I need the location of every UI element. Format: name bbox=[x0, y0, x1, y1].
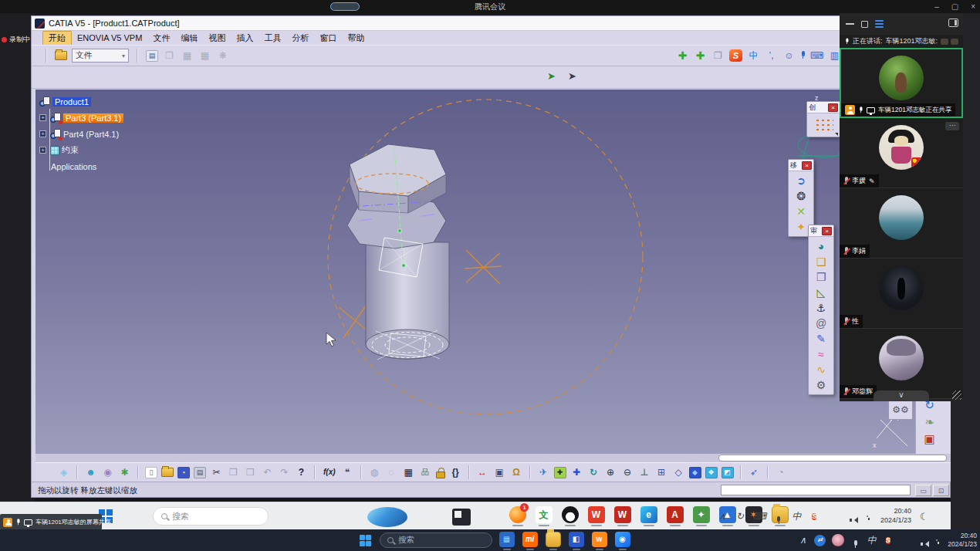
view-a-icon[interactable]: ❖ bbox=[705, 467, 718, 478]
participant-tile[interactable]: 李娟 bbox=[840, 188, 963, 259]
normal-view-icon[interactable]: ⊥ bbox=[638, 466, 651, 478]
taskbar-clock[interactable]: 20:40 2024/1/23 bbox=[948, 532, 977, 549]
tree-item-part4[interactable]: + Part4 (Part4.1) bbox=[39, 126, 209, 142]
tray-ime-icon[interactable]: 中 bbox=[792, 512, 802, 521]
windows-start-button[interactable] bbox=[360, 535, 371, 546]
tray-battery-icon[interactable] bbox=[931, 539, 941, 541]
redo-icon[interactable]: ↷ bbox=[278, 466, 291, 478]
close-icon[interactable]: × bbox=[828, 103, 838, 112]
tree-item-part3[interactable]: + Part3 (Part3.1) bbox=[39, 110, 209, 126]
zoom-in-icon[interactable]: ⊕ bbox=[604, 466, 617, 478]
emoji-icon[interactable]: ☺ bbox=[782, 49, 796, 62]
qq-icon[interactable] bbox=[560, 506, 580, 526]
more-options-icon[interactable]: ⋯ bbox=[945, 122, 959, 130]
fx-icon[interactable]: f(x) bbox=[322, 466, 337, 478]
tray-keyboard-icon[interactable]: ⌨ bbox=[753, 512, 766, 521]
rotate-icon[interactable]: ↻ bbox=[587, 466, 600, 478]
wps-icon[interactable]: W bbox=[586, 506, 606, 526]
cut-icon[interactable]: ✂ bbox=[210, 466, 223, 478]
smart-move-icon[interactable]: ❂ bbox=[795, 190, 808, 202]
weight-icon[interactable]: Ω bbox=[510, 466, 523, 478]
structure-icon[interactable]: 品 bbox=[419, 466, 432, 478]
tray-expand-icon[interactable]: ∧ bbox=[718, 512, 728, 521]
reaction-icons[interactable] bbox=[941, 39, 958, 45]
sogou-logo-icon[interactable]: S bbox=[729, 49, 742, 62]
minimize-icon[interactable]: – bbox=[934, 2, 939, 11]
measure-icon[interactable]: ↔ bbox=[476, 466, 489, 478]
multi-view-icon[interactable]: ⊞ bbox=[655, 466, 668, 478]
weblink-icon[interactable]: ◔ bbox=[775, 466, 788, 478]
examine-mode-icon[interactable]: ➤ bbox=[566, 69, 579, 82]
capture-icon[interactable]: ☻ bbox=[84, 466, 97, 478]
taskbar-clock[interactable]: 20:40 2024/1/23 bbox=[880, 507, 911, 525]
tray-sogou-icon[interactable]: S bbox=[883, 537, 893, 544]
resize-handle[interactable] bbox=[952, 390, 961, 400]
widget-app-icon[interactable] bbox=[452, 509, 471, 526]
print-icon[interactable]: ▤ bbox=[194, 467, 206, 478]
status-dialog-button[interactable]: ▭ bbox=[915, 485, 931, 496]
file-type-dropdown[interactable]: 文件 ▾ bbox=[72, 49, 129, 63]
toolbar-grip[interactable] bbox=[46, 49, 47, 63]
iso-view-icon[interactable]: ◇ bbox=[672, 466, 685, 478]
frame2-icon[interactable]: ▦ bbox=[198, 49, 211, 62]
properties-icon[interactable]: ▤ bbox=[146, 50, 158, 62]
fit-all-icon[interactable]: ✚ bbox=[554, 467, 566, 478]
collapse-panel-button[interactable]: ∨ bbox=[874, 390, 929, 401]
paste-special-icon[interactable]: ❐ bbox=[711, 49, 725, 62]
pencil-icon[interactable]: ✎ bbox=[869, 177, 875, 185]
meeting-app-icon[interactable]: ◉ bbox=[613, 532, 631, 550]
clip-icon[interactable]: @ bbox=[815, 317, 828, 330]
move-icon-2[interactable]: ✚ bbox=[694, 49, 707, 62]
annotate-screen-icon[interactable]: ✎ bbox=[815, 333, 828, 345]
open-folder-icon[interactable] bbox=[55, 51, 67, 60]
participant-tile[interactable]: 邓鋆辉 bbox=[840, 329, 963, 399]
input-mode-zh-icon[interactable]: 中 bbox=[747, 49, 760, 62]
menu-item[interactable]: 编辑 bbox=[175, 32, 203, 45]
ghost-search-icon[interactable]: ◌ bbox=[385, 466, 398, 478]
palette-icon[interactable]: ✱ bbox=[118, 466, 131, 478]
minimize-icon[interactable] bbox=[846, 23, 854, 25]
mic-icon[interactable] bbox=[800, 51, 806, 60]
fly-icon[interactable]: ✈ bbox=[537, 466, 550, 478]
save-icon[interactable]: ▪ bbox=[177, 467, 190, 478]
member-list-icon[interactable] bbox=[875, 20, 884, 28]
matrix-tool-icon[interactable] bbox=[813, 117, 833, 134]
fly-mode-icon[interactable]: ➤ bbox=[545, 69, 558, 82]
taskbar-search[interactable]: 搜索 bbox=[153, 507, 269, 526]
youdao-dict-icon[interactable]: 文 bbox=[534, 506, 553, 526]
whats-this-icon[interactable]: ? bbox=[295, 466, 308, 478]
catalog-icon[interactable]: ◍ bbox=[368, 466, 381, 478]
docs-icon[interactable]: ◧ bbox=[567, 532, 585, 550]
comment-icon[interactable]: ❝ bbox=[341, 466, 354, 478]
close-icon[interactable]: × bbox=[802, 161, 812, 170]
participant-tile[interactable]: 性 bbox=[840, 259, 963, 329]
expand-icon[interactable]: + bbox=[39, 147, 46, 154]
qq-avatar-icon[interactable] bbox=[832, 534, 844, 546]
keyboard-icon[interactable]: ⌨ bbox=[810, 49, 823, 62]
gears-icon[interactable]: ⚙ bbox=[815, 379, 828, 391]
tray-expand-icon[interactable]: ∧ bbox=[798, 536, 808, 545]
punctuation-icon[interactable]: ’, bbox=[765, 49, 778, 62]
participant-tile-sharer[interactable]: 车辆1201邓志敏正在共享 bbox=[840, 48, 963, 118]
maximize-icon[interactable] bbox=[861, 21, 868, 28]
tray-sync-icon[interactable]: ↻ bbox=[735, 512, 745, 521]
gear-tool-icon[interactable]: ⚙⚙ bbox=[888, 400, 913, 420]
shaded-view-icon[interactable]: ◆ bbox=[689, 467, 701, 478]
night-mode-icon[interactable]: ☾ bbox=[919, 511, 929, 522]
anchor-icon[interactable]: ⚓ bbox=[815, 302, 828, 314]
new-doc-icon[interactable]: ▯ bbox=[145, 467, 157, 478]
menu-item[interactable]: 文件 bbox=[147, 32, 175, 45]
menu-item[interactable]: 分析 bbox=[286, 32, 314, 45]
manipulate-icon[interactable]: ✕ bbox=[795, 205, 808, 218]
frame-icon[interactable]: ▦ bbox=[181, 49, 194, 62]
status-power-input-button[interactable]: ⊡ bbox=[933, 485, 949, 496]
emulator-icon[interactable]: ▦ bbox=[498, 532, 515, 550]
ramp-icon[interactable]: ◺ bbox=[815, 286, 828, 299]
green-app-icon[interactable]: ✦ bbox=[691, 506, 711, 526]
close-icon[interactable]: × bbox=[971, 2, 975, 11]
print-capture-icon[interactable]: ➶ bbox=[748, 466, 761, 478]
graffiti-icon[interactable]: ≈ bbox=[815, 348, 828, 360]
hscroll-thumb[interactable] bbox=[718, 455, 947, 461]
lock-icon[interactable] bbox=[436, 472, 445, 478]
explode-icon[interactable]: ✦ bbox=[795, 221, 808, 233]
